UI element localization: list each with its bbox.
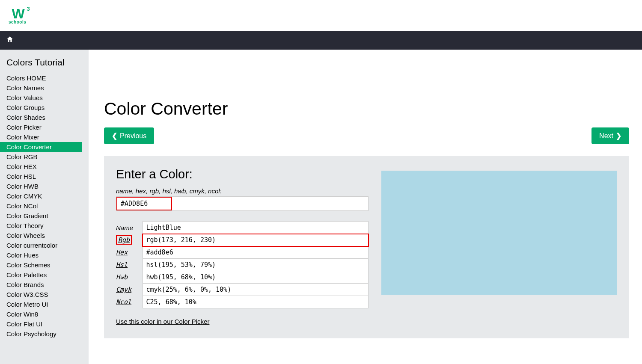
result-value-ncol: C25, 68%, 10% [143, 296, 369, 308]
panel-right [381, 167, 617, 308]
sidebar-item-color-mixer[interactable]: Color Mixer [0, 132, 89, 142]
sidebar-item-color-values[interactable]: Color Values [0, 93, 89, 103]
sidebar-item-color-hsl[interactable]: Color HSL [0, 172, 89, 181]
result-label-hex: Hex [116, 246, 143, 259]
content-area: Color Converter ❮ Previous Next ❯ Enter … [89, 50, 642, 364]
sidebar-item-color-gradient[interactable]: Color Gradient [0, 211, 89, 221]
result-label-cmyk: Cmyk [116, 284, 143, 296]
sidebar-item-color-brands[interactable]: Color Brands [0, 280, 89, 290]
converter-panel: Enter a Color: name, hex, rgb, hsl, hwb,… [104, 156, 629, 338]
sidebar-item-color-groups[interactable]: Color Groups [0, 103, 89, 112]
result-value-hsl: hsl(195, 53%, 79%) [143, 259, 369, 271]
main-container: Colors Tutorial Colors HOMEColor NamesCo… [0, 50, 642, 364]
sidebar-item-color-metro-ui[interactable]: Color Metro UI [0, 299, 89, 309]
previous-label: Previous [120, 132, 146, 140]
sidebar-item-colors-home[interactable]: Colors HOME [0, 73, 89, 83]
top-header: W3 schools [0, 0, 642, 31]
result-label-hwb: Hwb [116, 271, 143, 284]
color-input[interactable]: #ADD8E6 [116, 197, 172, 210]
home-icon[interactable] [6, 36, 14, 45]
color-preview [381, 171, 617, 295]
sidebar-item-color-picker[interactable]: Color Picker [0, 122, 89, 132]
sidebar-item-color-theory[interactable]: Color Theory [0, 221, 89, 231]
panel-left: Enter a Color: name, hex, rgb, hsl, hwb,… [116, 167, 369, 308]
result-value-name: LightBlue [143, 222, 369, 234]
result-value-rgb: rgb(173, 216, 230) [143, 234, 369, 246]
sidebar-item-color-win8[interactable]: Color Win8 [0, 309, 89, 319]
result-value-hwb: hwb(195, 68%, 10%) [143, 271, 369, 284]
input-hint: name, hex, rgb, hsl, hwb, cmyk, ncol: [116, 187, 369, 195]
result-label-name: Name [116, 222, 143, 234]
enter-color-title: Enter a Color: [116, 167, 369, 181]
next-label: Next [599, 132, 613, 140]
main-navbar [0, 31, 642, 50]
sidebar-item-color-rgb[interactable]: Color RGB [0, 152, 89, 162]
sidebar-heading: Colors Tutorial [6, 57, 89, 68]
sidebar-item-color-psychology[interactable]: Color Psychology [0, 329, 89, 339]
result-value-cmyk: cmyk(25%, 6%, 0%, 10%) [143, 284, 369, 296]
sidebar-item-color-hwb[interactable]: Color HWB [0, 181, 89, 191]
sidebar-item-color-flat-ui[interactable]: Color Flat UI [0, 319, 89, 329]
sidebar-item-color-w3.css[interactable]: Color W3.CSS [0, 290, 89, 299]
sidebar[interactable]: Colors Tutorial Colors HOMEColor NamesCo… [0, 50, 89, 364]
next-button[interactable]: Next ❯ [591, 127, 629, 144]
sidebar-item-color-hex[interactable]: Color HEX [0, 162, 89, 172]
sidebar-item-color-hues[interactable]: Color Hues [0, 250, 89, 260]
result-link-hsl[interactable]: Hsl [116, 261, 128, 269]
result-value-hex: #add8e6 [143, 246, 369, 259]
result-link-ncol[interactable]: Ncol [116, 298, 131, 306]
sidebar-item-color-palettes[interactable]: Color Palettes [0, 270, 89, 280]
sidebar-item-color-ncol[interactable]: Color NCol [0, 201, 89, 211]
sidebar-item-color-cmyk[interactable]: Color CMYK [0, 191, 89, 201]
results-table: NameLightBlueRgbrgb(173, 216, 230)Hex#ad… [116, 221, 369, 308]
result-link-cmyk[interactable]: Cmyk [116, 286, 131, 293]
sidebar-item-color-schemes[interactable]: Color Schemes [0, 260, 89, 270]
page-title: Color Converter [104, 99, 629, 119]
result-link-rgb[interactable]: Rgb [116, 235, 132, 245]
color-input-wrap: #ADD8E6 [116, 196, 369, 211]
chevron-right-icon: ❯ [616, 132, 621, 140]
result-label-hsl: Hsl [116, 259, 143, 271]
nav-buttons: ❮ Previous Next ❯ [104, 127, 629, 144]
sidebar-item-color-currentcolor[interactable]: Color currentcolor [0, 240, 89, 250]
result-label-ncol: Ncol [116, 296, 143, 308]
result-link-hwb[interactable]: Hwb [116, 273, 128, 281]
chevron-left-icon: ❮ [112, 132, 117, 140]
previous-button[interactable]: ❮ Previous [104, 127, 154, 144]
sidebar-item-color-converter[interactable]: Color Converter [0, 142, 82, 152]
w3schools-logo[interactable]: W3 schools [9, 7, 26, 24]
color-picker-link[interactable]: Use this color in our Color Picker [116, 318, 209, 325]
sidebar-item-color-shades[interactable]: Color Shades [0, 112, 89, 122]
sidebar-item-color-names[interactable]: Color Names [0, 83, 89, 93]
result-label-rgb: Rgb [116, 234, 143, 246]
result-link-hex[interactable]: Hex [116, 249, 128, 256]
sidebar-item-color-wheels[interactable]: Color Wheels [0, 231, 89, 240]
